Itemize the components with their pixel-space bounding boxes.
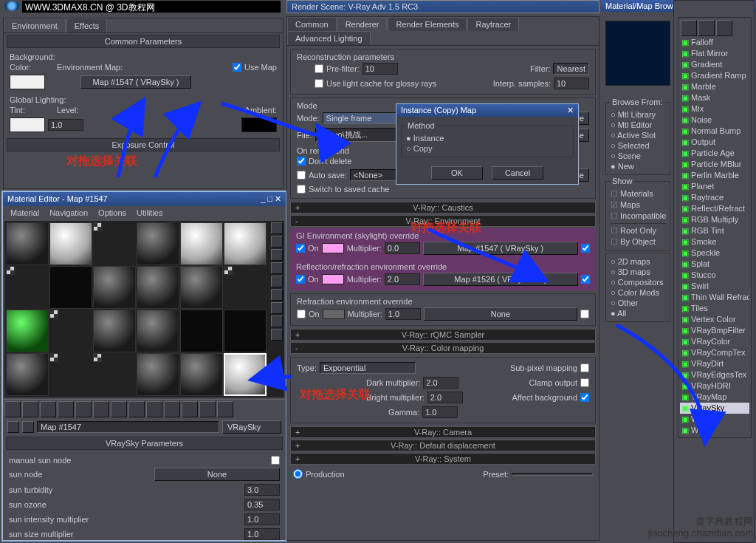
rollout-rqmc[interactable]: V-Ray:: rQMC Sampler (290, 329, 596, 341)
production-radio[interactable] (293, 469, 303, 479)
category-3d-maps[interactable]: 3D maps (611, 267, 667, 277)
map-item-vraycomptex[interactable]: VRayCompTex (680, 347, 749, 358)
mat-slot[interactable] (137, 353, 179, 396)
rollout-vraysky-params[interactable]: VRaySky Parameters (6, 437, 283, 450)
gi-color-swatch[interactable] (322, 243, 344, 253)
refr-color-swatch[interactable] (323, 309, 345, 319)
ambient-swatch[interactable] (241, 117, 277, 132)
show-maps[interactable]: Maps (611, 199, 667, 211)
browse-from-selected[interactable]: Selected (611, 140, 667, 151)
tab-effects[interactable]: Effects (66, 18, 107, 33)
go-fwd-btn[interactable] (199, 401, 216, 417)
prefilter-value[interactable]: 10 (362, 63, 398, 75)
category-2d-maps[interactable]: 2D maps (611, 256, 667, 267)
dialog-close-icon[interactable]: ✕ (567, 106, 574, 115)
tab-environment[interactable]: Environment (4, 18, 66, 33)
options-btn[interactable] (271, 302, 283, 314)
map-item-normal bump[interactable]: Normal Bump (680, 126, 749, 137)
by-object[interactable]: By Object (611, 236, 667, 247)
dont-delete-check[interactable] (297, 157, 306, 165)
refr-map-button[interactable]: None (424, 307, 577, 321)
map-item-particle age[interactable]: Particle Age (680, 148, 749, 159)
category-all[interactable]: All (611, 308, 667, 318)
bg-color-swatch[interactable] (10, 75, 45, 89)
dark-value[interactable]: 2.0 (423, 377, 458, 389)
mat-slot[interactable] (137, 222, 179, 265)
env-map-button[interactable]: Map #1547 ( VRaySky ) (80, 75, 191, 89)
material-type-button[interactable]: VRaySky (222, 420, 281, 434)
mat-slot[interactable] (180, 310, 223, 352)
mat-slot[interactable] (6, 222, 49, 265)
mat-slot[interactable] (224, 310, 267, 352)
sample-type-btn[interactable] (271, 222, 283, 234)
mat-slot[interactable] (137, 266, 179, 309)
view-list-btn[interactable] (681, 20, 697, 36)
param-none-btn[interactable]: None (154, 468, 280, 481)
rollout-common-params[interactable]: Common Parameters (7, 35, 280, 48)
make-unique-btn[interactable] (93, 401, 109, 417)
map-list[interactable]: FalloffFlat MirrorGradientGradient RampM… (680, 37, 749, 436)
map-item-flat mirror[interactable]: Flat Mirror (680, 48, 749, 59)
param-spinner[interactable]: 1.0 (244, 513, 280, 525)
cancel-button[interactable]: Cancel (492, 166, 543, 180)
backlight-btn[interactable] (271, 236, 283, 247)
map-item-particle mblur[interactable]: Particle MBlur (680, 159, 749, 170)
map-item-falloff[interactable]: Falloff (680, 37, 749, 48)
select-by-mat-btn[interactable] (271, 315, 283, 327)
rollout-camera[interactable]: V-Ray:: Camera (290, 426, 596, 438)
map-item-waves[interactable]: Waves (680, 414, 749, 425)
menu-options[interactable]: Options (94, 208, 131, 218)
map-item-vraydirt[interactable]: VRayDirt (680, 358, 749, 369)
mat-slot[interactable] (6, 310, 49, 352)
video-check-btn[interactable] (271, 276, 283, 287)
use-map-checkbox[interactable] (233, 63, 241, 72)
mat-slot[interactable] (93, 222, 102, 231)
map-item-stucco[interactable]: Stucco (680, 270, 749, 281)
bright-value[interactable]: 2.0 (427, 392, 463, 403)
put-to-scene-btn[interactable] (22, 401, 38, 417)
tint-swatch[interactable] (10, 117, 45, 132)
mat-slot[interactable] (6, 266, 15, 275)
matid-chan-btn[interactable] (128, 401, 145, 417)
map-item-thin wall refraction[interactable]: Thin Wall Refraction (680, 292, 749, 303)
assign-btn[interactable] (40, 401, 56, 417)
rollout-disp[interactable]: V-Ray:: Default displacement (290, 440, 596, 451)
ok-button[interactable]: OK (431, 166, 483, 180)
make-copy-btn[interactable] (75, 401, 92, 417)
map-item-planet[interactable]: Planet (680, 181, 749, 192)
matid-btn[interactable] (271, 329, 283, 341)
map-item-speckle[interactable]: Speckle (680, 247, 749, 259)
refl-on-check[interactable] (296, 275, 305, 284)
mat-slot[interactable] (180, 222, 223, 265)
category-other[interactable]: Other (611, 298, 667, 308)
browse-from-scene[interactable]: Scene (611, 151, 667, 161)
rollout-caustics[interactable]: V-Ray:: Caustics (290, 202, 596, 214)
browse-from-active-slot[interactable]: Active Slot (611, 130, 667, 140)
category-color-mods[interactable]: Color Mods (611, 287, 667, 298)
param-check[interactable] (271, 456, 280, 465)
map-item-gradient[interactable]: Gradient (680, 59, 749, 70)
map-item-marble[interactable]: Marble (680, 81, 749, 92)
refl-mult-value[interactable]: 2.0 (385, 273, 420, 285)
param-spinner[interactable]: 1.0 (244, 528, 280, 540)
rollout-system[interactable]: V-Ray:: System (290, 453, 596, 465)
material-name-field[interactable]: Map #1547 (37, 421, 219, 433)
refr-mult-value[interactable]: 1.0 (385, 308, 421, 320)
mat-slot[interactable] (137, 310, 179, 352)
matedit-titlebar[interactable]: Material Editor - Map #1547 _ □ ✕ (3, 192, 286, 206)
mat-slot[interactable] (180, 353, 223, 396)
map-item-output[interactable]: Output (680, 137, 749, 148)
rollout-cmap[interactable]: V-Ray:: Color mapping (290, 342, 596, 354)
view-icon-btn[interactable] (716, 20, 732, 36)
instance-radio[interactable]: Instance (406, 133, 570, 143)
map-item-swirl[interactable]: Swirl (680, 281, 749, 292)
get-material-btn[interactable] (4, 401, 21, 417)
background-btn[interactable] (271, 249, 283, 261)
map-item-vraycolor[interactable]: VRayColor (680, 336, 749, 347)
switch-check[interactable] (297, 185, 306, 194)
go-parent-btn[interactable] (182, 401, 198, 417)
tab-render-elements[interactable]: Render Elements (388, 17, 467, 31)
map-item-splat[interactable]: Splat (680, 259, 749, 270)
show-materials[interactable]: Materials (611, 188, 667, 199)
refl-map-button[interactable]: Map #1526 ( VRayHDRI ) (423, 273, 578, 286)
